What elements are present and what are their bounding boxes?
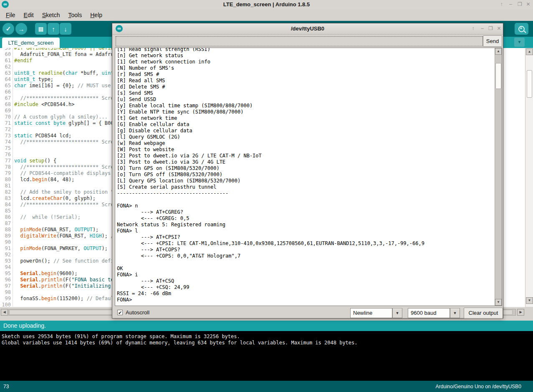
open-button[interactable]: ↑ <box>48 23 59 35</box>
menu-tools[interactable]: Tools <box>65 11 86 19</box>
editor-vertical-scrollbar[interactable]: ▲ ▼ <box>525 48 533 307</box>
minimize-icon[interactable]: – <box>507 1 514 8</box>
new-sketch-button[interactable]: ▤ <box>35 23 47 35</box>
menu-sketch[interactable]: Sketch <box>39 11 63 19</box>
board-port-info: Arduino/Genuino Uno on /dev/ttyUSB0 <box>436 384 521 389</box>
down-arrow-icon: ↓ <box>64 25 67 33</box>
serial-vscroll-thumb[interactable] <box>495 63 501 89</box>
menu-help[interactable]: Help <box>87 11 106 19</box>
keep-above-icon[interactable]: ↑ <box>470 25 477 32</box>
chevron-down-icon: ▼ <box>518 40 522 44</box>
keep-above-icon[interactable]: ↑ <box>498 1 505 8</box>
serial-monitor-window: ∞ /dev/ttyUSB0 ↑ – ❐ ✕ Send [i] Read sig… <box>112 23 503 319</box>
autoscroll-checkbox[interactable]: ✔ <box>117 310 123 315</box>
footer-bar: 73 Arduino/Genuino Uno on /dev/ttyUSB0 <box>0 381 533 392</box>
upload-button[interactable]: → <box>15 23 27 35</box>
minimize-icon[interactable]: – <box>479 25 486 32</box>
status-message: Done uploading. <box>3 322 46 329</box>
chevron-down-icon: ▼ <box>396 311 399 315</box>
console-output: Sketch uses 29534 bytes (91%) of program… <box>0 331 533 381</box>
editor-vscroll-thumb[interactable] <box>527 70 532 98</box>
serial-output-area: [i] Read signal strength (RSSI) [n] Get … <box>115 48 502 306</box>
save-button[interactable]: ↓ <box>60 23 71 35</box>
arduino-ide-window: ∞ LTE_demo_screen | Arduino 1.8.5 ↑ – ❐ … <box>0 0 533 392</box>
window-title: LTE_demo_screen | Arduino 1.8.5 <box>0 1 533 8</box>
baud-rate-select[interactable]: 9600 baud <box>408 308 450 318</box>
tab-menu-button[interactable]: ▼ <box>514 38 525 47</box>
tab-lte-demo-screen[interactable]: LTE_demo_screen <box>2 38 60 48</box>
clear-output-button[interactable]: Clear output <box>464 308 503 319</box>
scroll-up-icon[interactable]: ▲ <box>495 48 502 55</box>
document-icon: ▤ <box>38 26 43 32</box>
console-line-2: Global variables use 1414 bytes (69%) of… <box>2 340 358 346</box>
close-icon[interactable]: ✕ <box>525 1 532 8</box>
serial-monitor-button[interactable] <box>515 23 528 35</box>
scroll-right-icon[interactable]: ▶ <box>517 309 524 316</box>
send-button[interactable]: Send <box>483 35 502 47</box>
baud-dropdown-button[interactable]: ▼ <box>450 308 460 318</box>
serial-output-text: [i] Read signal strength (RSSI) [n] Get … <box>115 48 502 303</box>
maximize-icon[interactable]: ❐ <box>487 25 494 32</box>
cursor-line-number: 73 <box>3 384 9 389</box>
maximize-icon[interactable]: ❐ <box>516 1 523 8</box>
line-ending-select[interactable]: Newline <box>350 308 392 318</box>
verify-button[interactable]: ✓ <box>3 23 14 35</box>
line-ending-dropdown-button[interactable]: ▼ <box>392 308 402 318</box>
main-titlebar: ∞ LTE_demo_screen | Arduino 1.8.5 ↑ – ❐ … <box>0 0 533 10</box>
scroll-down-icon[interactable]: ▼ <box>495 299 502 306</box>
right-arrow-icon: → <box>18 25 25 33</box>
serial-send-input[interactable] <box>116 36 483 46</box>
scroll-up-icon[interactable]: ▲ <box>526 48 533 55</box>
scroll-down-icon[interactable]: ▼ <box>526 297 533 304</box>
menubar: File Edit Sketch Tools Help <box>0 9 533 21</box>
autoscroll-label: Autoscroll <box>126 309 149 316</box>
serial-window-title: /dev/ttyUSB0 <box>112 25 503 32</box>
console-line-1: Sketch uses 29534 bytes (91%) of program… <box>2 334 240 339</box>
menu-file[interactable]: File <box>3 11 19 19</box>
serial-vertical-scrollbar[interactable]: ▲ ▼ <box>495 48 502 306</box>
up-arrow-icon: ↑ <box>52 25 55 33</box>
close-icon[interactable]: ✕ <box>495 25 503 32</box>
scroll-left-icon[interactable]: ◀ <box>1 309 8 316</box>
serial-titlebar: ∞ /dev/ttyUSB0 ↑ – ❐ ✕ <box>112 23 503 35</box>
magnifier-icon <box>518 26 525 32</box>
chevron-down-icon: ▼ <box>453 311 457 315</box>
menu-edit[interactable]: Edit <box>20 11 37 19</box>
check-icon: ✓ <box>6 25 11 33</box>
status-bar: Done uploading. <box>0 321 533 331</box>
